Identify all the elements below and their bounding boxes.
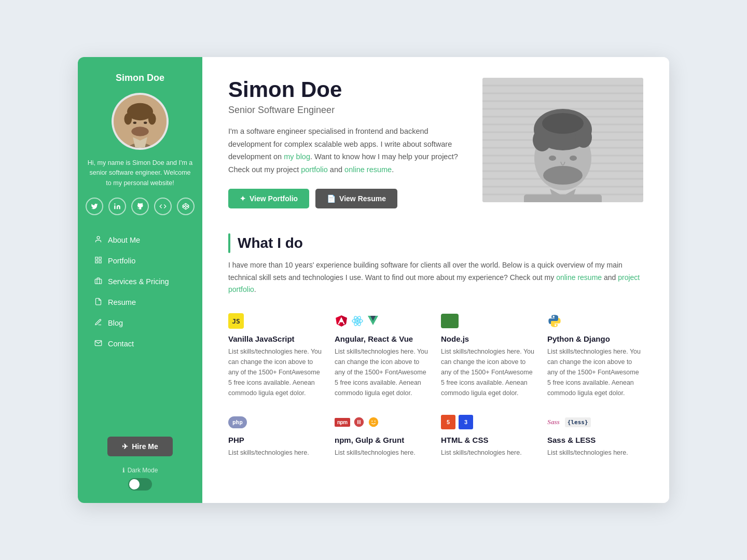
sidebar-nav: About Me Portfolio Services & Pricing Re… xyxy=(86,230,194,354)
dark-mode-toggle[interactable] xyxy=(128,478,152,491)
svg-rect-18 xyxy=(99,261,101,263)
skill-frameworks-desc: List skills/technologies here. You can c… xyxy=(335,346,431,398)
skill-sass-less-desc: List skills/technologies here. xyxy=(547,447,643,458)
resume-btn-icon: 📄 xyxy=(327,194,336,203)
skill-js-desc: List skills/technologies here. You can c… xyxy=(228,346,324,398)
social-icons xyxy=(86,198,195,215)
svg-point-9 xyxy=(131,127,148,136)
grunt-icon xyxy=(368,416,379,428)
svg-rect-20 xyxy=(95,279,102,284)
skill-nodejs-desc: List skills/technologies here. You can c… xyxy=(441,346,537,398)
portfolio-btn-icon: ✦ xyxy=(240,194,246,203)
view-resume-button[interactable]: 📄 View Resume xyxy=(315,189,397,208)
skill-frameworks-name: Angular, React & Vue xyxy=(335,334,431,343)
svg-point-43 xyxy=(542,113,584,134)
vue-icon xyxy=(367,315,379,327)
main-content: Simon Doe Senior Software Engineer I'm a… xyxy=(202,57,669,503)
services-icon xyxy=(93,277,103,286)
python-icon xyxy=(547,314,562,328)
skills-grid: JS Vanilla JavaScript List skills/techno… xyxy=(228,312,643,458)
less-icon: {less} xyxy=(565,417,591,427)
nav-about[interactable]: About Me xyxy=(86,230,194,250)
skill-html-css-desc: List skills/technologies here. xyxy=(441,447,537,458)
nav-contact-label: Contact xyxy=(108,340,134,348)
what-i-do-section: What I do I have more than 10 years' exp… xyxy=(228,233,643,458)
hero-text: Simon Doe Senior Software Engineer I'm a… xyxy=(228,78,467,208)
dark-mode-section: ℹ Dark Mode xyxy=(122,467,158,491)
nav-services[interactable]: Services & Pricing xyxy=(86,271,194,292)
avatar xyxy=(112,93,169,150)
skill-nodejs: Node.js List skills/technologies here. Y… xyxy=(441,312,537,398)
skill-build-tools: npm npm, Gulp & Grunt List skills/techno… xyxy=(335,413,431,458)
skill-javascript: JS Vanilla JavaScript List skills/techno… xyxy=(228,312,324,398)
npm-icon: npm xyxy=(335,418,350,427)
svg-point-59 xyxy=(368,417,378,427)
svg-point-6 xyxy=(148,113,156,124)
codepen-icon[interactable] xyxy=(177,198,195,215)
nav-resume-label: Resume xyxy=(108,298,136,306)
svg-rect-16 xyxy=(95,257,97,259)
hero-buttons: ✦ View Portfolio 📄 View Resume xyxy=(228,189,467,208)
resume-icon xyxy=(93,298,103,307)
portfolio-link[interactable]: portfolio xyxy=(301,165,328,174)
hero-section: Simon Doe Senior Software Engineer I'm a… xyxy=(228,78,643,208)
nodejs-icon xyxy=(441,314,459,328)
main-card: Simon Doe xyxy=(78,57,669,503)
skill-python-name: Python & Django xyxy=(547,334,643,343)
skill-python-desc: List skills/technologies here. You can c… xyxy=(547,346,643,398)
skill-php: php PHP List skills/technologies here. xyxy=(228,413,324,458)
skill-js-name: Vanilla JavaScript xyxy=(228,334,324,343)
linkedin-icon[interactable] xyxy=(108,198,126,215)
moon-icon: ℹ xyxy=(122,467,125,474)
stackoverflow-icon[interactable] xyxy=(154,198,172,215)
nav-contact[interactable]: Contact xyxy=(86,333,194,354)
nav-blog[interactable]: Blog xyxy=(86,313,194,333)
section-description: I have more than 10 years' experience bu… xyxy=(228,259,643,296)
svg-point-46 xyxy=(543,166,583,185)
nav-resume[interactable]: Resume xyxy=(86,292,194,313)
js-icon: JS xyxy=(228,313,244,329)
sass-icon: Sass xyxy=(547,418,560,426)
hero-subtitle: Senior Software Engineer xyxy=(228,105,467,116)
nav-services-label: Services & Pricing xyxy=(108,277,169,286)
section-title: What I do xyxy=(238,235,303,251)
svg-point-11 xyxy=(114,203,115,204)
angular-icon xyxy=(335,314,348,328)
skill-sass-less-name: Sass & LESS xyxy=(547,436,643,444)
github-icon[interactable] xyxy=(131,198,149,215)
nav-about-label: About Me xyxy=(108,236,140,244)
nav-portfolio-label: Portfolio xyxy=(108,257,135,265)
skill-html-css: 5 3 HTML & CSS List skills/technologies … xyxy=(441,413,537,458)
css-icon: 3 xyxy=(459,415,473,429)
svg-point-44 xyxy=(549,156,556,161)
blog-link[interactable]: my blog xyxy=(284,152,310,161)
skill-frameworks: Angular, React & Vue List skills/technol… xyxy=(335,312,431,398)
skill-nodejs-name: Node.js xyxy=(441,334,537,343)
view-portfolio-button[interactable]: ✦ View Portfolio xyxy=(228,189,309,208)
toggle-knob xyxy=(129,479,140,489)
sidebar: Simon Doe xyxy=(78,57,202,503)
svg-point-45 xyxy=(570,156,577,161)
hero-photo xyxy=(482,78,643,202)
svg-point-5 xyxy=(124,113,132,124)
skill-html-css-name: HTML & CSS xyxy=(441,436,537,444)
user-icon xyxy=(93,235,103,245)
section-resume-link[interactable]: online resume xyxy=(556,273,602,282)
svg-point-41 xyxy=(533,129,551,151)
hire-icon: ✈ xyxy=(122,442,128,451)
dark-mode-label: ℹ Dark Mode xyxy=(122,467,158,474)
skill-php-name: PHP xyxy=(228,436,324,444)
hero-title: Simon Doe xyxy=(228,78,467,102)
php-icon: php xyxy=(228,416,247,428)
hero-description: I'm a software engineer specialised in f… xyxy=(228,125,467,176)
hire-me-button[interactable]: ✈ Hire Me xyxy=(107,437,173,456)
nav-portfolio[interactable]: Portfolio xyxy=(86,250,194,271)
react-icon xyxy=(351,315,364,327)
svg-rect-48 xyxy=(524,194,602,202)
resume-link[interactable]: online resume xyxy=(344,165,392,174)
sidebar-bio: Hi, my name is Simon Doe and I'm a senio… xyxy=(86,158,194,188)
portfolio-icon xyxy=(93,256,103,265)
gulp-icon xyxy=(353,416,365,428)
twitter-icon[interactable] xyxy=(86,198,103,215)
skill-sass-less: Sass {less} Sass & LESS List skills/tech… xyxy=(547,413,643,458)
